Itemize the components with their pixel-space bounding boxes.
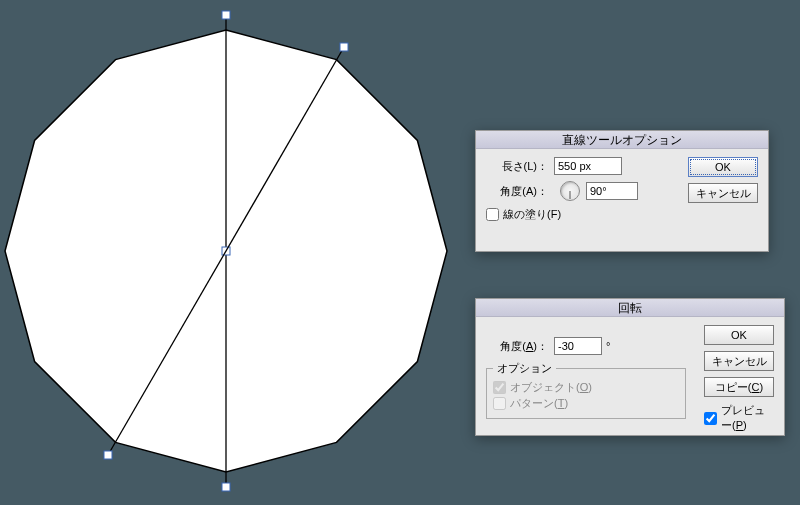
- ok-button[interactable]: OK: [688, 157, 758, 177]
- angle-dial[interactable]: [560, 181, 580, 201]
- options-legend: オプション: [493, 361, 556, 376]
- fill-line-checkbox[interactable]: 線の塗り(F): [486, 207, 758, 222]
- rotate-dialog: 回転 OK キャンセル コピー(C) プレビュー(P) 角度(A)： ° オプシ…: [475, 298, 785, 436]
- preview-label: プレビュー(P): [721, 403, 774, 433]
- handle-top[interactable]: [222, 11, 230, 19]
- handle-bottom[interactable]: [222, 483, 230, 491]
- opt-pattern-input[interactable]: [493, 397, 506, 410]
- angle-input[interactable]: [586, 182, 638, 200]
- line-dialog-title: 直線ツールオプション: [476, 131, 768, 149]
- rotate-angle-unit: °: [606, 340, 610, 352]
- opt-pattern-label: パターン(T): [510, 396, 568, 411]
- length-label: 長さ(L)：: [486, 159, 548, 174]
- options-fieldset: オプション オブジェクト(O) パターン(T): [486, 361, 686, 419]
- opt-object-input[interactable]: [493, 381, 506, 394]
- line-tool-options-dialog: 直線ツールオプション OK キャンセル 長さ(L)： 角度(A)： 線の塗り(F…: [475, 130, 769, 252]
- fill-line-label: 線の塗り(F): [503, 207, 561, 222]
- cancel-button[interactable]: キャンセル: [704, 351, 774, 371]
- copy-button[interactable]: コピー(C): [704, 377, 774, 397]
- opt-object-checkbox[interactable]: オブジェクト(O): [493, 380, 592, 395]
- angle-label: 角度(A)：: [486, 184, 548, 199]
- rotate-angle-label: 角度(A)：: [486, 339, 548, 354]
- opt-object-label: オブジェクト(O): [510, 380, 592, 395]
- rotate-angle-input[interactable]: [554, 337, 602, 355]
- cancel-button[interactable]: キャンセル: [688, 183, 758, 203]
- rotate-dialog-title: 回転: [476, 299, 784, 317]
- ok-button[interactable]: OK: [704, 325, 774, 345]
- dhandle-1: [104, 451, 112, 459]
- preview-checkbox[interactable]: プレビュー(P): [704, 403, 774, 433]
- preview-checkbox-input[interactable]: [704, 412, 717, 425]
- fill-line-checkbox-input[interactable]: [486, 208, 499, 221]
- canvas: [0, 0, 450, 505]
- length-input[interactable]: [554, 157, 622, 175]
- opt-pattern-checkbox[interactable]: パターン(T): [493, 396, 568, 411]
- dhandle-2: [340, 43, 348, 51]
